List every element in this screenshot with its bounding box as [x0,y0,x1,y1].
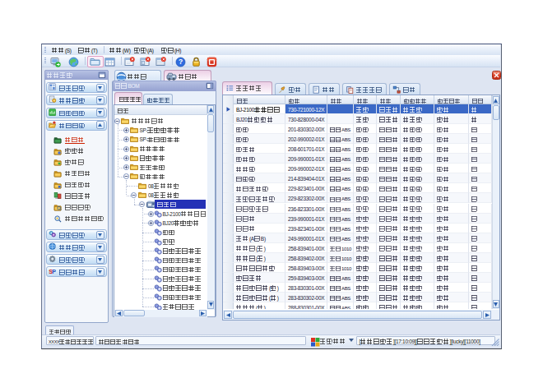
svg-text:?: ? [179,58,183,66]
svg-text:P: P [52,268,56,275]
